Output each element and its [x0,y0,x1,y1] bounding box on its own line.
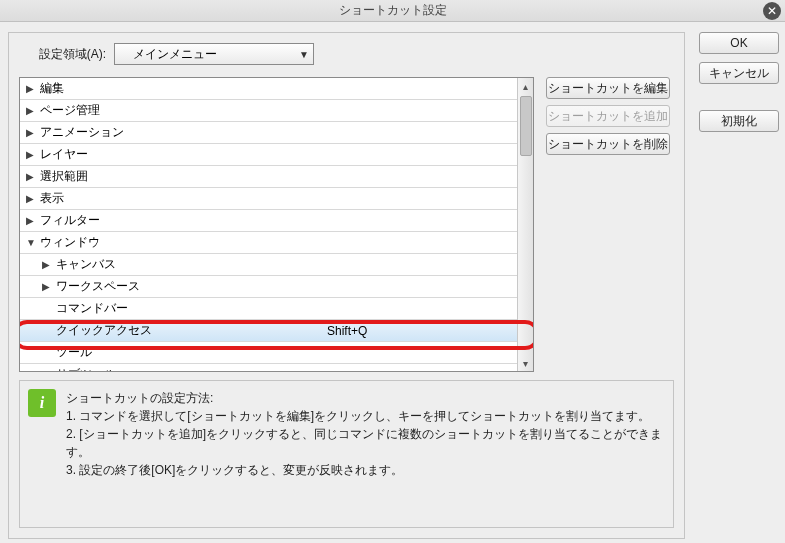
chevron-right-icon[interactable]: ▶ [26,149,38,160]
tree-row[interactable]: ▶ツール [20,342,517,364]
cancel-button[interactable]: キャンセル [699,62,779,84]
tree-item-label: ワークスペース [56,278,327,295]
scope-value: メインメニュー [133,46,217,63]
tree-item-label: レイヤー [40,146,327,163]
chevron-right-icon[interactable]: ▶ [42,281,54,292]
tree-item-label: ウィンドウ [40,234,327,251]
info-line: 3. 設定の終了後[OK]をクリックすると、変更が反映されます。 [66,463,403,477]
tree-item-label: 選択範囲 [40,168,327,185]
scroll-up-icon[interactable]: ▴ [518,78,534,94]
chevron-right-icon[interactable]: ▶ [26,105,38,116]
tree-row[interactable]: ▶レイヤー [20,144,517,166]
chevron-down-icon[interactable]: ▼ [26,237,38,248]
tree-item-label: フィルター [40,212,327,229]
scroll-down-icon[interactable]: ▾ [518,355,534,371]
info-line: 1. コマンドを選択して[ショートカットを編集]をクリックし、キーを押してショー… [66,409,650,423]
scrollbar[interactable]: ▴ ▾ [517,78,533,371]
tree-item-label: 編集 [40,80,327,97]
ok-button[interactable]: OK [699,32,779,54]
info-heading: ショートカットの設定方法: [66,389,665,407]
tree-item-label: ページ管理 [40,102,327,119]
tree-row[interactable]: ▶ワークスペース [20,276,517,298]
tree-row-selected[interactable]: ▶クイックアクセスShift+Q [20,320,517,342]
shortcut-tree[interactable]: ▶編集▶ページ管理▶アニメーション▶レイヤー▶選択範囲▶表示▶フィルター▼ウィン… [19,77,534,372]
chevron-right-icon[interactable]: ▶ [26,193,38,204]
tree-row[interactable]: ▶表示 [20,188,517,210]
tree-item-shortcut: Shift+Q [327,324,517,338]
reset-button[interactable]: 初期化 [699,110,779,132]
tree-row[interactable]: ▶ページ管理 [20,100,517,122]
tree-item-label: アニメーション [40,124,327,141]
scope-label: 設定領域(A): [19,46,114,63]
titlebar: ショートカット設定 ✕ [0,0,785,22]
tree-row[interactable]: ▶アニメーション [20,122,517,144]
chevron-down-icon: ▼ [299,49,309,60]
tree-row[interactable]: ▶キャンバス [20,254,517,276]
tree-item-label: コマンドバー [56,300,327,317]
tree-row[interactable]: ▼ウィンドウ [20,232,517,254]
tree-item-label: キャンバス [56,256,327,273]
info-box: i ショートカットの設定方法: 1. コマンドを選択して[ショートカットを編集]… [19,380,674,528]
scroll-thumb[interactable] [520,96,532,156]
scope-combo[interactable]: メインメニュー ▼ [114,43,314,65]
edit-shortcut-button[interactable]: ショートカットを編集 [546,77,670,99]
dialog-title: ショートカット設定 [339,2,447,19]
tree-row[interactable]: ▶フィルター [20,210,517,232]
tree-item-label: 表示 [40,190,327,207]
chevron-right-icon[interactable]: ▶ [26,215,38,226]
delete-shortcut-button[interactable]: ショートカットを削除 [546,133,670,155]
info-icon: i [28,389,56,417]
tree-row[interactable]: ▶サブツール [20,364,517,371]
chevron-right-icon[interactable]: ▶ [42,259,54,270]
tree-row[interactable]: ▶編集 [20,78,517,100]
tree-item-label: サブツール [56,366,327,371]
tree-item-label: ツール [56,344,327,361]
info-line: 2. [ショートカットを追加]をクリックすると、同じコマンドに複数のショートカッ… [66,427,662,459]
chevron-right-icon[interactable]: ▶ [26,127,38,138]
tree-row[interactable]: ▶選択範囲 [20,166,517,188]
add-shortcut-button[interactable]: ショートカットを追加 [546,105,670,127]
chevron-right-icon[interactable]: ▶ [26,171,38,182]
close-icon[interactable]: ✕ [763,2,781,20]
tree-row[interactable]: ▶コマンドバー [20,298,517,320]
chevron-right-icon[interactable]: ▶ [26,83,38,94]
tree-item-label: クイックアクセス [56,322,327,339]
